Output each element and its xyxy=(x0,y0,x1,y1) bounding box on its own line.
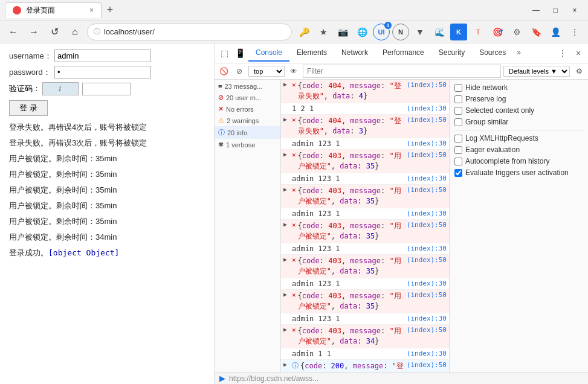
expand-icon[interactable]: ▶ xyxy=(283,151,291,158)
expand-icon[interactable]: ▶ xyxy=(283,186,291,193)
ui-icon[interactable]: UI 1 xyxy=(373,24,390,40)
screenshot-icon[interactable]: 📷 xyxy=(334,24,351,40)
expand-icon[interactable]: ▶ xyxy=(283,116,291,123)
new-tab-button[interactable]: + xyxy=(102,2,118,19)
dropdown-icon[interactable]: ▼ xyxy=(412,24,428,40)
tab-security[interactable]: Security xyxy=(431,45,472,62)
expand-icon[interactable]: ▶ xyxy=(283,256,291,263)
password-input[interactable] xyxy=(54,66,151,78)
tab-sources[interactable]: Sources xyxy=(472,45,513,62)
tab-close-button[interactable]: × xyxy=(89,6,94,14)
evaluate-triggers-checkbox[interactable] xyxy=(454,169,462,177)
console-text: admin 123 1 xyxy=(292,245,404,253)
settings-icon[interactable]: ⚙ xyxy=(508,24,525,40)
devtools-device-icon[interactable]: 📱 xyxy=(233,46,247,60)
expand-icon[interactable]: ▶ xyxy=(283,81,291,88)
more-tabs-button[interactable]: » xyxy=(514,45,523,62)
expand-icon[interactable]: ▶ xyxy=(283,361,291,368)
extensions-icon[interactable]: 🌐 xyxy=(354,24,370,40)
expand-icon[interactable]: ▶ xyxy=(283,326,291,333)
sidebar-info[interactable]: ⓘ 20 info xyxy=(215,126,280,139)
sidebar-errors[interactable]: ✕ No errors xyxy=(215,103,280,115)
home-button[interactable]: ⌂ xyxy=(66,24,83,40)
key-icon[interactable]: 🔑 xyxy=(296,24,312,40)
source-link[interactable]: (index):50 xyxy=(407,361,447,369)
console-row: admin 123 1 (index):30 xyxy=(281,278,449,290)
captcha-image[interactable]: 1 xyxy=(42,82,79,95)
source-link[interactable]: (index):30 xyxy=(407,315,447,322)
context-select[interactable]: top xyxy=(248,66,285,77)
back-button[interactable]: ← xyxy=(5,24,22,40)
profile-icon[interactable]: 👤 xyxy=(547,24,564,40)
eye-icon[interactable]: 👁 xyxy=(287,65,300,78)
more-menu-icon[interactable]: ⋮ xyxy=(566,24,583,40)
tab-performance[interactable]: Performance xyxy=(375,45,431,62)
selected-context-checkbox[interactable] xyxy=(454,107,462,115)
login-button[interactable]: 登 录 xyxy=(9,100,48,116)
sidebar-warnings[interactable]: ⚠ 2 warnings xyxy=(215,115,280,126)
source-link[interactable]: (index):50 xyxy=(407,291,447,299)
close-button[interactable]: × xyxy=(566,2,583,19)
verbose-icon: ✱ xyxy=(218,141,224,149)
console-filter-icon[interactable]: ⊘ xyxy=(233,65,246,78)
target-icon[interactable]: 🎯 xyxy=(489,24,506,40)
tab-console[interactable]: Console xyxy=(248,45,289,62)
autocomplete-checkbox[interactable] xyxy=(454,158,462,165)
sidebar-user-messages[interactable]: ⊘ 20 user m... xyxy=(215,92,280,103)
k-icon[interactable]: K xyxy=(450,24,467,40)
source-link[interactable]: (index):50 xyxy=(407,256,447,264)
console-row: ▶ ✕ {code: 403, message: "用户被锁定", data: … xyxy=(281,185,449,208)
wave-icon[interactable]: 🌊 xyxy=(431,24,448,40)
levels-select[interactable]: Default levels ▼ xyxy=(503,66,570,77)
forward-button[interactable]: → xyxy=(25,24,42,40)
source-link[interactable]: (index):30 xyxy=(407,280,447,287)
source-link[interactable]: (index):30 xyxy=(407,245,447,252)
console-settings-gear-icon[interactable]: ⚙ xyxy=(572,65,586,78)
address-bar[interactable]: ⓘ localhost/user/ xyxy=(87,24,292,40)
filter-input[interactable] xyxy=(303,65,501,78)
expand-icon[interactable]: ▶ xyxy=(283,221,291,228)
tab-network[interactable]: Network xyxy=(334,45,375,62)
maximize-button[interactable]: □ xyxy=(547,2,564,19)
eager-eval-checkbox[interactable] xyxy=(454,146,462,154)
console-text: admin 123 1 xyxy=(292,139,404,148)
log-msg-6: 用户被锁定。剩余时间：35min xyxy=(9,200,205,211)
refresh-button[interactable]: ↺ xyxy=(46,24,63,40)
sidebar-all-messages[interactable]: ≡ 23 messag... xyxy=(215,81,280,92)
source-link[interactable]: (index):30 xyxy=(407,104,447,112)
t-icon[interactable]: T xyxy=(470,24,486,40)
source-link[interactable]: (index):50 xyxy=(407,326,447,334)
group-similar-checkbox[interactable] xyxy=(454,118,462,126)
expand-icon[interactable]: ▶ xyxy=(283,291,291,298)
source-link[interactable]: (index):30 xyxy=(407,174,447,182)
browser-tab[interactable]: 登录页面 × xyxy=(5,2,102,18)
option-preserve-log: Preserve log xyxy=(454,95,583,103)
username-input[interactable] xyxy=(54,50,151,62)
source-link[interactable]: (index):50 xyxy=(407,151,447,159)
devtools-close-icon[interactable]: × xyxy=(571,46,586,60)
n-icon[interactable]: N xyxy=(392,24,409,40)
sidebar-verbose[interactable]: ✱ 1 verbose xyxy=(215,139,280,150)
preserve-log-checkbox[interactable] xyxy=(454,95,462,103)
source-link[interactable]: (index):30 xyxy=(407,350,447,357)
captcha-input[interactable] xyxy=(82,83,131,95)
source-link[interactable]: (index):30 xyxy=(407,139,447,147)
error-icon: ✕ xyxy=(292,151,296,159)
source-link[interactable]: (index):50 xyxy=(407,221,447,229)
console-input-area[interactable]: https://blog.csdn.net/awss... xyxy=(229,374,583,383)
tab-elements[interactable]: Elements xyxy=(289,45,334,62)
devtools-inspect-icon[interactable]: ⬚ xyxy=(217,46,231,60)
bookmark-icon[interactable]: 🔖 xyxy=(528,24,544,40)
captcha-row: 验证码： 1 xyxy=(9,82,205,95)
devtools-dock-icon[interactable]: ⋮ xyxy=(555,46,570,60)
log-xml-checkbox[interactable] xyxy=(454,135,462,142)
clear-console-icon[interactable]: 🚫 xyxy=(217,65,230,78)
bookmark-star-icon[interactable]: ★ xyxy=(315,24,332,40)
hide-network-checkbox[interactable] xyxy=(454,84,462,92)
source-link[interactable]: (index):50 xyxy=(407,81,447,89)
source-link[interactable]: (index):50 xyxy=(407,116,447,124)
source-link[interactable]: (index):30 xyxy=(407,210,447,217)
source-link[interactable]: (index):50 xyxy=(407,186,447,194)
minimize-button[interactable]: — xyxy=(528,2,544,19)
console-settings-panel: Hide network Preserve log Selected conte… xyxy=(449,80,588,372)
